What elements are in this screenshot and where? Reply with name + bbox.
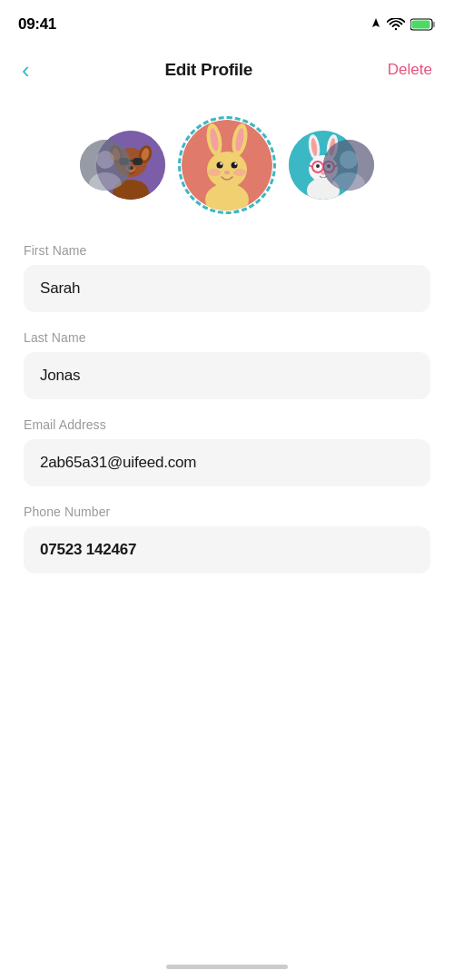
location-icon — [370, 18, 381, 31]
home-indicator — [166, 965, 288, 969]
status-icons — [370, 18, 436, 32]
field-group-first-name: First Name — [24, 243, 430, 312]
avatar-list — [96, 116, 358, 214]
last-name-input[interactable] — [24, 352, 430, 399]
svg-point-28 — [208, 169, 221, 176]
last-name-label: Last Name — [24, 330, 430, 345]
svg-point-4 — [96, 151, 114, 169]
field-group-last-name: Last Name — [24, 330, 430, 399]
avatar-partial-right[interactable] — [323, 140, 374, 191]
svg-point-29 — [233, 169, 246, 176]
svg-point-48 — [340, 151, 358, 169]
back-button[interactable]: ‹ — [15, 54, 37, 85]
svg-point-25 — [232, 162, 238, 169]
wifi-icon — [387, 18, 405, 32]
avatar-carousel — [0, 94, 454, 243]
email-label: Email Address — [24, 417, 430, 432]
status-time: 09:41 — [18, 15, 56, 34]
svg-rect-1 — [433, 22, 436, 27]
avatar-bunny-selected[interactable] — [178, 116, 276, 214]
first-name-label: First Name — [24, 243, 430, 258]
battery-icon — [410, 18, 436, 31]
field-group-email: Email Address — [24, 417, 430, 486]
avatar-bunny-inner — [182, 120, 272, 211]
svg-point-27 — [234, 162, 236, 164]
svg-rect-13 — [133, 158, 143, 165]
status-bar: 09:41 — [0, 0, 454, 45]
first-name-input[interactable] — [24, 265, 430, 312]
nav-bar: ‹ Edit Profile Delete — [0, 45, 454, 94]
form-section: First Name Last Name Email Address Phone… — [0, 243, 454, 573]
field-group-phone: Phone Number — [24, 505, 430, 573]
svg-point-43 — [316, 164, 320, 168]
svg-point-26 — [220, 162, 222, 164]
email-input[interactable] — [24, 439, 430, 486]
svg-point-24 — [217, 162, 223, 169]
page-title: Edit Profile — [164, 60, 252, 80]
avatar-partial-left[interactable] — [80, 140, 131, 191]
svg-rect-2 — [412, 21, 430, 29]
phone-input[interactable] — [24, 526, 430, 573]
svg-point-30 — [224, 171, 230, 174]
phone-label: Phone Number — [24, 505, 430, 519]
delete-button[interactable]: Delete — [380, 57, 439, 83]
